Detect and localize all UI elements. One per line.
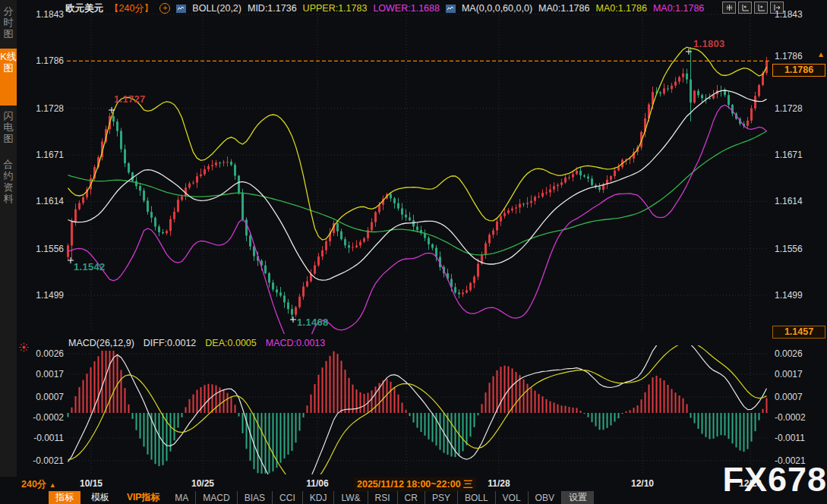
macd-macd-value: MACD:0.0013 <box>266 338 326 348</box>
y-tick-left: 1.1556 <box>0 244 64 254</box>
macd-tick-left: 0.0026 <box>0 348 64 359</box>
macd-tick-left: -0.0011 <box>0 433 64 443</box>
macd-tick-right: 0.0026 <box>775 348 825 359</box>
toolbar-button-BIAS[interactable]: BIAS <box>238 491 273 504</box>
y-tick-right: 1.1728 <box>775 103 825 114</box>
indicator-toolbar: 指标模板VIP指标MAMACDBIASCCIKDJLW&RSICRPSYBOLL… <box>49 491 594 504</box>
nav-item-合约资料[interactable]: 合约资料 <box>0 156 17 219</box>
crosshair-move-icon[interactable] <box>722 2 736 14</box>
y-tick-right: 1.1499 <box>775 290 825 301</box>
extreme-price-annotation: 1.1468 <box>297 317 329 328</box>
toolbar-button-CR[interactable]: CR <box>398 491 425 504</box>
timeframe-arrow-icon: ▲ <box>49 481 56 489</box>
hovered-bar-time: 2025/11/12 18:00~22:00 三 <box>354 477 476 492</box>
macd-dea-value: DEA:0.0005 <box>205 338 256 348</box>
toolbar-button-设置[interactable]: 设置 <box>562 491 594 504</box>
macd-header: MACD(26,12,9) DIFF:0.0012 DEA:0.0005 MAC… <box>68 338 325 348</box>
toolbar-button-LW&[interactable]: LW& <box>334 491 368 504</box>
left-nav: 分时图K线图闪电图合约资料 <box>0 0 17 477</box>
y-tick-left: 1.1614 <box>0 196 64 206</box>
boll-label: BOLL(20,2) <box>192 3 241 14</box>
toolbar-button-OBV[interactable]: OBV <box>529 491 562 504</box>
symbol-title: 欧元美元 <box>65 2 103 15</box>
y-tick-right: 1.1843 <box>775 9 825 20</box>
zoom-out-axis-icon[interactable] <box>754 2 768 14</box>
boll-upper-value: UPPER:1.1783 <box>303 3 368 14</box>
ma0-white-value: MA0:1.1786 <box>538 3 589 14</box>
macd-tick-left: 0.0007 <box>0 392 64 402</box>
current-price-box: 1.1786 <box>772 64 825 77</box>
extreme-price-annotation: 1.1803 <box>693 38 725 49</box>
boll-lower-value: LOWER:1.1688 <box>373 3 440 14</box>
macd-diff-value: DIFF:0.0012 <box>144 338 196 348</box>
period-badge[interactable]: 【240分】 <box>109 2 153 15</box>
y-tick-right: 1.1556 <box>775 244 825 254</box>
extreme-price-annotation: 1.1542 <box>74 261 106 272</box>
x-tick-date: 11/06 <box>306 478 328 489</box>
toolbar-button-MA[interactable]: MA <box>168 491 196 504</box>
toolbar-button-KDJ[interactable]: KDJ <box>303 491 335 504</box>
ma-label: MA(0,0,0,60,0,0) <box>462 3 532 14</box>
ma0-magenta-value: MA0:1.1786 <box>653 3 704 14</box>
x-tick-date: 10/15 <box>80 478 103 489</box>
toolbar-button-模板[interactable]: 模板 <box>84 491 116 504</box>
add-indicator-icon[interactable]: + <box>159 3 170 14</box>
nav-item-闪电图[interactable]: 闪电图 <box>0 108 17 153</box>
brand-watermark: FX678 <box>722 460 827 499</box>
last-price-arrow-icon: ▲ <box>817 50 825 58</box>
x-tick-date: 10/25 <box>191 478 214 489</box>
boll-indicator-icon[interactable] <box>176 5 186 13</box>
toolbar-button-MACD[interactable]: MACD <box>196 491 237 504</box>
y-tick-right: 1.1614 <box>775 196 825 206</box>
trading-app: 分时图K线图闪电图合约资料 欧元美元 【240分】 + BOLL(20,2) M… <box>0 0 827 504</box>
x-tick-date: 11/28 <box>488 478 510 489</box>
macd-params-label: MACD(26,12,9) <box>68 338 134 348</box>
macd-tick-left: -0.0002 <box>0 412 64 423</box>
y-tick-left: 1.1786 <box>0 55 64 66</box>
y-tick-right: 1.1671 <box>775 150 825 160</box>
toolbar-button-RSI[interactable]: RSI <box>368 491 398 504</box>
toolbar-button-CCI[interactable]: CCI <box>273 491 303 504</box>
x-tick-date: 12/10 <box>631 478 654 489</box>
indicator-settings-icon[interactable] <box>19 342 29 355</box>
macd-tick-right: -0.0011 <box>775 433 825 443</box>
macd-tick-right: 0.0017 <box>775 369 825 380</box>
indicator-bar: 欧元美元 【240分】 + BOLL(20,2) MID:1.1736 UPPE… <box>65 2 704 14</box>
y-tick-left: 1.1728 <box>0 103 64 114</box>
macd-tick-left: 0.0017 <box>0 369 64 380</box>
boll-mid-value: MID:1.1736 <box>248 3 297 14</box>
y-tick-left: 1.1843 <box>0 9 64 20</box>
zoom-in-axis-icon[interactable] <box>738 2 752 14</box>
ma0-yellow-value: MA0:1.1786 <box>595 3 646 14</box>
macd-tick-right: -0.0002 <box>775 412 825 423</box>
y-tick-left: 1.1499 <box>0 290 64 301</box>
extreme-price-annotation: 1.1727 <box>114 93 146 105</box>
ma-indicator-icon[interactable] <box>446 5 456 13</box>
toolbar-button-PSY[interactable]: PSY <box>425 491 458 504</box>
toolbar-button-指标[interactable]: 指标 <box>49 491 80 504</box>
toolbar-button-VIP指标[interactable]: VIP指标 <box>120 491 166 504</box>
macd-tick-right: 0.0007 <box>775 392 825 402</box>
macd-tick-left: -0.0021 <box>0 455 64 466</box>
chart-canvas[interactable] <box>0 0 827 504</box>
timeframe-label[interactable]: 240分 ▲ <box>21 478 56 491</box>
y-tick-left: 1.1671 <box>0 150 64 160</box>
toolbar-button-VOL[interactable]: VOL <box>496 491 529 504</box>
toolbar-button-BOLL[interactable]: BOLL <box>458 491 496 504</box>
low-price-box: 1.1457 <box>772 326 825 339</box>
